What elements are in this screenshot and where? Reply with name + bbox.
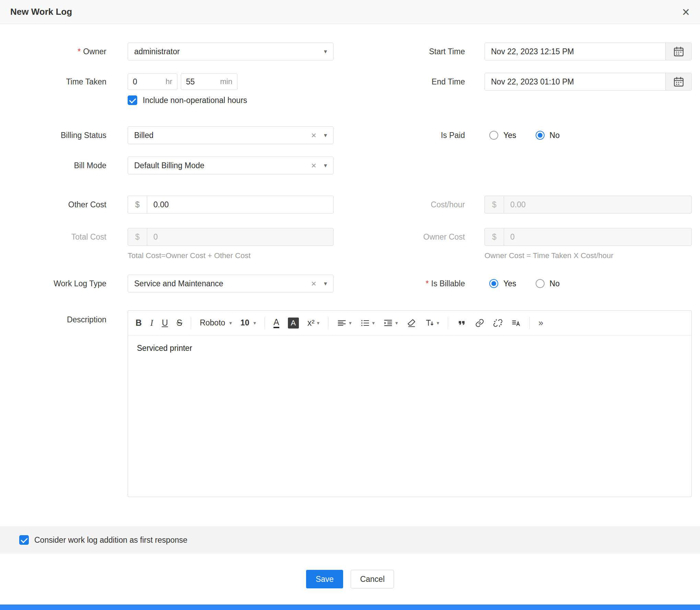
font-color-button[interactable]: A <box>273 318 279 328</box>
total-cost-input <box>147 228 333 245</box>
double-chevron-icon: » <box>538 319 543 327</box>
close-icon[interactable]: × <box>682 5 690 19</box>
font-size-select[interactable]: 10 ▾ <box>241 318 256 327</box>
description-content[interactable]: Serviced printer <box>128 335 691 497</box>
chevron-down-icon: ▾ <box>324 162 327 169</box>
billing-status-select[interactable]: Billed × ▾ <box>128 126 334 144</box>
bold-button[interactable]: B <box>136 319 142 327</box>
billing-status-value: Billed <box>134 131 311 140</box>
bold-icon: B <box>136 319 142 327</box>
clear-format-button[interactable] <box>407 318 416 328</box>
start-time-input[interactable] <box>485 43 665 60</box>
row-description: Description B I U S Roboto ▾ 10 ▾ <box>0 310 700 497</box>
owner-cost-label: Owner Cost <box>334 232 465 242</box>
quote-icon <box>457 318 466 328</box>
text-down-icon <box>425 318 434 328</box>
work-log-type-label: Work Log Type <box>0 279 106 288</box>
owner-cost-field: $ <box>485 228 692 246</box>
toolbar-separator <box>191 317 191 329</box>
save-button[interactable]: Save <box>306 570 343 588</box>
list-button[interactable]: ▾ <box>360 318 375 328</box>
link-icon <box>475 318 485 328</box>
special-format-button[interactable] <box>511 318 521 328</box>
insert-link-button[interactable] <box>475 318 485 328</box>
currency-icon: $ <box>128 196 147 213</box>
italic-button[interactable]: I <box>150 319 153 327</box>
chevron-down-icon: ▾ <box>229 320 232 326</box>
owner-cost-hint: Owner Cost = Time Taken X Cost/hour <box>485 251 614 260</box>
strikethrough-icon: S <box>176 319 182 327</box>
clear-icon[interactable]: × <box>311 161 316 170</box>
radio-checked-icon[interactable] <box>489 279 498 288</box>
start-time-group <box>485 43 692 60</box>
chevron-down-icon: ▾ <box>349 320 352 325</box>
toolbar-separator <box>448 317 448 329</box>
toolbar-separator <box>265 317 265 329</box>
text-insert-button[interactable]: ▾ <box>425 318 440 328</box>
indent-button[interactable]: ▾ <box>383 318 398 328</box>
owner-value: administrator <box>134 47 324 56</box>
hours-input[interactable] <box>133 77 153 87</box>
radio-checked-icon[interactable] <box>536 131 545 140</box>
minutes-input[interactable] <box>186 77 206 87</box>
row-owner-start: *Owner administrator ▾ Start Time <box>0 43 700 60</box>
row-billing-ispaid: Billing Status Billed × ▾ Is Paid Yes <box>0 126 700 144</box>
cost-per-hour-label: Cost/hour <box>334 200 465 209</box>
is-paid-radio-group: Yes No <box>485 131 692 140</box>
radio-unchecked-icon[interactable] <box>489 131 498 140</box>
remove-link-button[interactable] <box>493 318 503 328</box>
unlink-icon <box>493 318 503 328</box>
is-billable-yes-option[interactable]: Yes <box>489 279 516 288</box>
radio-unchecked-icon[interactable] <box>536 279 545 288</box>
first-response-checkbox[interactable] <box>19 535 29 545</box>
superscript-icon: x² <box>307 319 315 327</box>
work-log-type-value: Service and Maintenance <box>134 279 311 288</box>
row-time-end: Time Taken hr min End Time <box>0 73 700 91</box>
is-paid-label: Is Paid <box>334 131 465 140</box>
bill-mode-label: Bill Mode <box>0 161 106 170</box>
bullet-list-icon <box>360 318 370 328</box>
work-log-type-select[interactable]: Service and Maintenance × ▾ <box>128 275 334 292</box>
clear-icon[interactable]: × <box>311 279 316 288</box>
is-paid-no-option[interactable]: No <box>536 131 560 140</box>
bill-mode-select[interactable]: Default Billing Mode × ▾ <box>128 157 334 174</box>
cost-per-hour-input <box>504 196 691 213</box>
superscript-button[interactable]: x²▾ <box>307 319 319 327</box>
background-color-icon: A <box>288 318 299 329</box>
align-button[interactable]: ▾ <box>337 318 352 328</box>
first-response-band: Consider work log addition as first resp… <box>0 526 700 554</box>
row-totalcost-ownercost: Total Cost $ Owner Cost $ <box>0 228 700 246</box>
indent-icon <box>383 318 393 328</box>
required-asterisk: * <box>426 279 429 288</box>
chevron-down-icon: ▾ <box>437 320 440 325</box>
strikethrough-button[interactable]: S <box>176 319 182 327</box>
italic-icon: I <box>150 319 153 327</box>
rich-text-editor: B I U S Roboto ▾ 10 ▾ A A <box>128 310 692 497</box>
is-billable-no-option[interactable]: No <box>536 279 560 288</box>
row-bill-mode: Bill Mode Default Billing Mode × ▾ <box>0 157 700 174</box>
clear-icon[interactable]: × <box>311 131 316 140</box>
font-family-select[interactable]: Roboto ▾ <box>200 318 232 327</box>
blockquote-button[interactable] <box>457 318 466 328</box>
more-options-button[interactable]: » <box>538 319 543 327</box>
toolbar-separator <box>328 317 328 329</box>
owner-select[interactable]: administrator ▾ <box>128 43 334 60</box>
background-color-button[interactable]: A <box>288 318 299 329</box>
end-time-input[interactable] <box>485 73 665 90</box>
font-color-icon: A <box>273 318 279 328</box>
end-time-calendar-button[interactable] <box>665 73 691 90</box>
chevron-down-icon: ▾ <box>372 320 375 325</box>
other-cost-input[interactable] <box>147 196 333 213</box>
start-time-calendar-button[interactable] <box>665 43 691 60</box>
minutes-unit-label: min <box>220 77 232 86</box>
total-cost-hint: Total Cost=Owner Cost + Other Cost <box>128 251 347 260</box>
hours-unit-label: hr <box>165 77 172 86</box>
is-paid-yes-option[interactable]: Yes <box>489 131 516 140</box>
calendar-icon <box>673 46 685 57</box>
underline-button[interactable]: U <box>162 319 168 327</box>
dialog-title: New Work Log <box>10 7 72 17</box>
non-operational-checkbox[interactable] <box>128 95 137 105</box>
cancel-button[interactable]: Cancel <box>351 570 394 588</box>
row-non-operational: Include non-operational hours <box>0 95 700 105</box>
chevron-down-icon: ▾ <box>253 320 256 326</box>
